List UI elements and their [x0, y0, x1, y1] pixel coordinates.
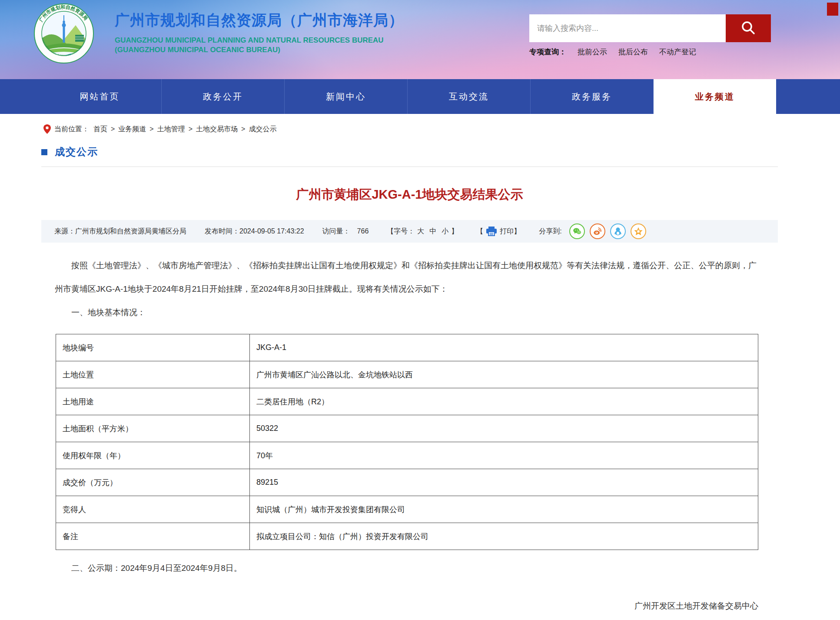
row-value: 50322	[250, 415, 758, 442]
table-row-winning-bidder: 竞得人 知识城（广州）城市开发投资集团有限公司	[56, 496, 758, 523]
print-widget: 【 打印 】	[476, 227, 521, 236]
table-row-land-location: 土地位置 广州市黄埔区广汕公路以北、金坑地铁站以西	[56, 361, 758, 388]
table-row-tenure-years: 使用权年限（年） 70年	[56, 442, 758, 469]
meta-source: 来源： 广州市规划和自然资源局黄埔区分局	[54, 227, 186, 236]
article-meta-bar: 来源： 广州市规划和自然资源局黄埔区分局 发布时间： 2024-09-05 17…	[41, 220, 778, 243]
corner-red-widget[interactable]	[827, 3, 838, 16]
font-size-widget: 【字号： 大 中 小 】	[387, 227, 458, 236]
row-value: 89215	[250, 469, 758, 496]
breadcrumb-business-channel[interactable]: 业务频道	[118, 125, 146, 134]
search-icon	[739, 19, 757, 37]
row-value: JKG-A-1	[250, 334, 758, 361]
search-button[interactable]	[726, 14, 771, 42]
site-title-block: 广州市规划和自然资源局（广州市海洋局） GUANGZHOU MUNICIPAL …	[115, 10, 404, 55]
breadcrumb-land-management[interactable]: 土地管理	[157, 125, 185, 134]
meta-views: 访问量： 766	[322, 227, 369, 236]
share-label: 分享到:	[539, 227, 561, 236]
section-title: 成交公示	[55, 145, 98, 159]
row-label: 土地位置	[56, 361, 250, 388]
nav-item-news[interactable]: 新闻中心	[284, 79, 407, 114]
breadcrumb: 当前位置： 首页 > 业务频道 > 土地管理 > 土地交易市场 > 成交公示	[0, 114, 840, 134]
special-query-label: 专项查询：	[529, 47, 566, 57]
nav-item-business-channel[interactable]: 业务频道	[653, 79, 776, 114]
meta-source-label: 来源：	[54, 227, 75, 236]
main-nav: 网站首页 政务公开 新闻中心 互动交流 政务服务 业务频道	[0, 79, 840, 114]
site-header: 广州市规划和自然资源局 GUANGZHOU MUNICIPAL PLANNING…	[0, 0, 840, 79]
nav-item-label: 政务公开	[203, 91, 243, 103]
article-title: 广州市黄埔区JKG-A-1地块交易结果公示	[41, 186, 778, 203]
font-size-close-bracket: 】	[451, 227, 458, 236]
bureau-logo: 广州市规划和自然资源局 GUANGZHOU MUNICIPAL PLANNING…	[34, 3, 94, 63]
section-bullet-icon	[41, 149, 47, 155]
qzone-share-icon[interactable]	[631, 223, 646, 239]
font-size-small-button[interactable]: 小	[442, 227, 448, 236]
row-value: 70年	[250, 442, 758, 469]
font-size-large-button[interactable]: 大	[417, 227, 424, 236]
nav-item-gov-info[interactable]: 政务公开	[161, 79, 284, 114]
link-pre-approval-notice[interactable]: 批前公示	[578, 47, 607, 57]
wechat-share-icon[interactable]	[569, 223, 585, 239]
breadcrumb-land-market[interactable]: 土地交易市场	[196, 125, 238, 134]
breadcrumb-separator: >	[149, 125, 153, 133]
row-label: 土地面积（平方米）	[56, 415, 250, 442]
printer-icon	[486, 227, 497, 236]
nav-item-services[interactable]: 政务服务	[530, 79, 653, 114]
site-subtitle-en-2: (GUANGZHOU MUNICIPAL OCEANIC BUREAU)	[115, 45, 404, 55]
table-row-parcel-number: 地块编号 JKG-A-1	[56, 334, 758, 361]
breadcrumb-separator: >	[111, 125, 115, 133]
qq-share-icon[interactable]	[610, 223, 626, 239]
nav-item-label: 网站首页	[80, 91, 120, 103]
row-label: 地块编号	[56, 334, 250, 361]
row-value: 拟成立项目公司：知信（广州）投资开发有限公司	[250, 523, 758, 550]
table-row-remarks: 备注 拟成立项目公司：知信（广州）投资开发有限公司	[56, 523, 758, 550]
breadcrumb-home[interactable]: 首页	[93, 125, 107, 134]
font-size-open-bracket: 【字号：	[387, 227, 415, 236]
article-paragraph-1: 按照《土地管理法》、《城市房地产管理法》、《招标拍卖挂牌出让国有土地使用权规定》…	[55, 254, 759, 301]
table-row-land-area: 土地面积（平方米） 50322	[56, 415, 758, 442]
weibo-share-icon[interactable]	[590, 223, 605, 239]
breadcrumb-separator: >	[241, 125, 245, 133]
meta-publish-label: 发布时间：	[205, 227, 239, 236]
search-bar	[529, 14, 771, 42]
signature-block: 广州开发区土地开发储备交易中心 2024年9月4日	[41, 600, 778, 620]
row-label: 使用权年限（年）	[56, 442, 250, 469]
section-head: 成交公示	[41, 145, 778, 159]
nav-item-interaction[interactable]: 互动交流	[407, 79, 530, 114]
row-label: 土地用途	[56, 388, 250, 415]
nav-item-label: 新闻中心	[326, 91, 366, 103]
section-divider	[41, 167, 778, 167]
article-body: 按照《土地管理法》、《城市房地产管理法》、《招标拍卖挂牌出让国有土地使用权规定》…	[55, 254, 759, 324]
print-close-bracket: 】	[514, 227, 521, 236]
table-row-land-use: 土地用途 二类居住用地（R2）	[56, 388, 758, 415]
breadcrumb-separator: >	[189, 125, 193, 133]
main-content: 成交公示 广州市黄埔区JKG-A-1地块交易结果公示 来源： 广州市规划和自然资…	[41, 145, 778, 620]
search-input[interactable]	[529, 14, 726, 42]
meta-source-value: 广州市规划和自然资源局黄埔区分局	[75, 227, 186, 236]
print-button[interactable]: 打印	[500, 227, 514, 236]
meta-publish-time: 发布时间： 2024-09-05 17:43:22	[205, 227, 304, 236]
link-post-approval-notice[interactable]: 批后公布	[618, 47, 648, 57]
row-label: 成交价（万元）	[56, 469, 250, 496]
table-row-transaction-price: 成交价（万元） 89215	[56, 469, 758, 496]
land-info-table: 地块编号 JKG-A-1 土地位置 广州市黄埔区广汕公路以北、金坑地铁站以西 土…	[56, 334, 758, 550]
font-size-medium-button[interactable]: 中	[429, 227, 436, 236]
special-query-bar: 专项查询： 批前公示 批后公布 不动产登记	[529, 47, 696, 57]
row-value: 知识城（广州）城市开发投资集团有限公司	[250, 496, 758, 523]
row-value: 广州市黄埔区广汕公路以北、金坑地铁站以西	[250, 361, 758, 388]
meta-publish-value: 2024-09-05 17:43:22	[239, 227, 304, 235]
meta-views-value: 766	[357, 227, 369, 235]
breadcrumb-label: 当前位置：	[54, 125, 89, 134]
link-real-estate-registration[interactable]: 不动产登记	[659, 47, 696, 57]
nav-item-label: 业务频道	[695, 91, 735, 103]
share-widget: 分享到:	[539, 223, 646, 239]
article-section2-heading: 二、公示期：2024年9月4日至2024年9月8日。	[55, 561, 778, 575]
nav-item-label: 互动交流	[449, 91, 489, 103]
bureau-logo-emblem: 广州市规划和自然资源局 GUANGZHOU MUNICIPAL PLANNING…	[34, 3, 94, 63]
nav-item-label: 政务服务	[572, 91, 612, 103]
print-open-bracket: 【	[476, 227, 483, 236]
row-label: 竞得人	[56, 496, 250, 523]
row-label: 备注	[56, 523, 250, 550]
nav-item-home[interactable]: 网站首页	[38, 79, 161, 114]
site-title: 广州市规划和自然资源局（广州市海洋局）	[115, 10, 404, 30]
site-subtitle-en-1: GUANGZHOU MUNICIPAL PLANNING AND NATURAL…	[115, 36, 404, 45]
